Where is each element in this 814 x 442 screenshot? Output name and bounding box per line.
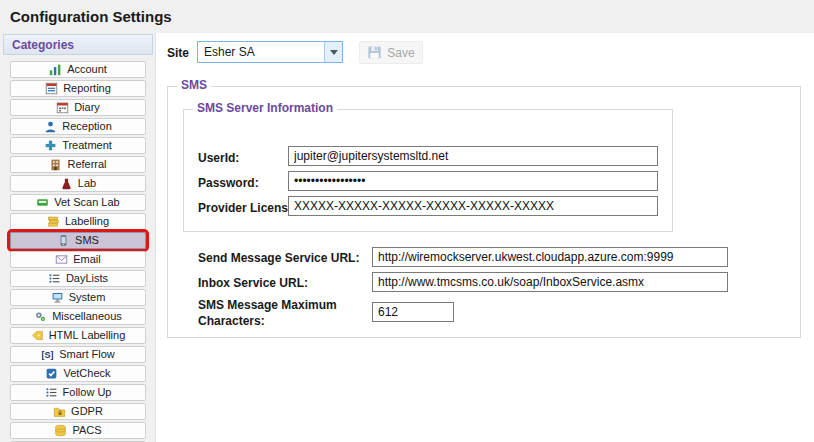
password-field[interactable] [288,171,658,191]
report-icon [45,82,58,95]
sidebar-item-miscellaneous[interactable]: Miscellaneous [10,308,146,325]
list-icon [48,272,61,285]
flask-icon [60,177,73,190]
sidebar-item-label: Treatment [62,140,112,151]
calendar-icon [56,101,69,114]
mobile-phone-icon [57,234,70,247]
building-icon [49,158,62,171]
sidebar-item-html-labelling[interactable]: HTML Labelling [10,327,146,344]
sidebar-item-gdpr[interactable]: GDPR [10,403,146,420]
site-dropdown-value: Esher SA [198,45,324,59]
sidebar-item-follow-up[interactable]: Follow Up [10,384,146,401]
settings-panel: Site Esher SA Save SMS SMS Server Inform… [155,33,814,442]
sidebar-item-smart-flow[interactable]: [S]Smart Flow [10,346,146,363]
max-chars-label: SMS Message Maximum Characters: [198,298,370,329]
save-icon [367,45,382,60]
sidebar-item-account[interactable]: Account [10,61,146,78]
folder-lock-icon [53,405,66,418]
smartflow-icon: [S] [41,348,54,361]
sidebar-item-label: Smart Flow [59,349,115,360]
sidebar-item-label: GDPR [71,406,103,417]
sidebar-item-label: HTML Labelling [49,330,126,341]
sidebar-item-label: Lab [78,178,96,189]
monitor-icon [51,291,64,304]
sidebar-item-labelling[interactable]: Labelling [10,213,146,230]
sidebar-item-pacs[interactable]: PACS [10,422,146,439]
save-button[interactable]: Save [359,41,423,64]
site-dropdown[interactable]: Esher SA [197,41,343,63]
site-label: Site [167,46,189,60]
sidebar-item-reporting[interactable]: Reporting [10,80,146,97]
envelope-icon [55,253,68,266]
userid-label: UserId: [198,151,239,165]
sidebar-item-label: Account [67,64,107,75]
userid-field[interactable] [288,146,658,166]
provider-license-field[interactable] [288,196,658,216]
categories-sidebar: Categories AccountReportingDiaryReceptio… [3,34,153,442]
check-square-icon [45,367,58,380]
sidebar-item-lab[interactable]: Lab [10,175,146,192]
sidebar-item-label: Labelling [65,216,109,227]
inbox-url-label: Inbox Service URL: [198,276,308,290]
send-url-field[interactable] [372,247,728,267]
send-url-label: Send Message Service URL: [198,251,359,265]
tag-icon [31,329,44,342]
database-icon [54,424,67,437]
sidebar-item-system[interactable]: System [10,289,146,306]
categories-header: Categories [3,34,153,55]
sidebar-item-vet-scan-lab[interactable]: Vet Scan Lab [10,194,146,211]
sidebar-item-label: SMS [75,235,99,246]
sidebar-item-label: Reporting [63,83,111,94]
sidebar-item-daylists[interactable]: DayLists [10,270,146,287]
sms-server-info-title: SMS Server Information [193,102,337,114]
sidebar-item-treatment[interactable]: Treatment [10,137,146,154]
sidebar-item-label: DayLists [66,273,108,284]
password-label: Password: [198,176,259,190]
sidebar-item-label: PACS [72,425,101,436]
sms-groupbox: SMS SMS Server Information UserId: Passw… [167,86,801,338]
sidebar-item-label: Vet Scan Lab [54,197,119,208]
labels-icon [47,215,60,228]
site-dropdown-button[interactable] [324,42,342,62]
sidebar-item-label: Miscellaneous [52,311,122,322]
sidebar-item-sms[interactable]: SMS [10,232,146,249]
sidebar-item-label: VetCheck [63,368,110,379]
medical-cross-icon [44,139,57,152]
sidebar-item-label: Reception [62,121,112,132]
sidebar-item-label: Diary [74,102,100,113]
inbox-url-field[interactable] [372,272,728,292]
page-title: Configuration Settings [0,0,814,32]
provider-license-label: Provider License: [198,201,299,215]
max-chars-field[interactable] [372,302,454,322]
person-icon [44,120,57,133]
sidebar-item-reception[interactable]: Reception [10,118,146,135]
gears-icon [34,310,47,323]
sidebar-item-email[interactable]: Email [10,251,146,268]
svg-text:[S]: [S] [42,350,54,360]
sidebar-item-label: Email [73,254,101,265]
save-button-label: Save [387,46,414,60]
sidebar-item-vetcheck[interactable]: VetCheck [10,365,146,382]
chevron-down-icon [330,50,338,55]
bar-chart-icon [49,63,62,76]
sidebar-item-referral[interactable]: Referral [10,156,146,173]
sidebar-item-label: Referral [67,159,106,170]
scanner-icon [36,196,49,209]
sms-groupbox-title: SMS [177,79,211,91]
sidebar-item-diary[interactable]: Diary [10,99,146,116]
sidebar-item-label: System [69,292,106,303]
category-list: AccountReportingDiaryReceptionTreatmentR… [3,61,153,442]
sidebar-item-label: Follow Up [63,387,112,398]
list-icon [45,386,58,399]
